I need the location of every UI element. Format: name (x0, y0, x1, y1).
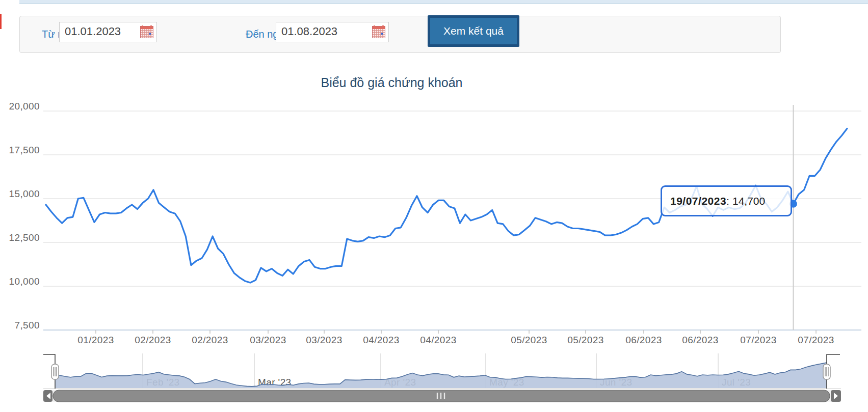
svg-text:10,000: 10,000 (9, 276, 40, 287)
navigator-mini-chart[interactable]: Feb '23Mar '23Apr '23May '23Jun '23Jul '… (43, 353, 841, 389)
grid-lines (43, 111, 861, 330)
svg-text:03/2023: 03/2023 (250, 335, 286, 345)
svg-text:01/2023: 01/2023 (77, 335, 114, 345)
x-axis (96, 330, 816, 334)
svg-text:02/2023: 02/2023 (192, 335, 228, 345)
svg-text:17,500: 17,500 (9, 145, 40, 155)
svg-text:06/2023: 06/2023 (682, 335, 718, 345)
svg-text:02/2023: 02/2023 (135, 335, 171, 345)
svg-text:7,500: 7,500 (14, 320, 40, 331)
navigator-left-handle[interactable] (51, 364, 59, 379)
svg-text:12,500: 12,500 (9, 232, 40, 243)
navigator-right-handle[interactable] (823, 364, 830, 379)
tooltip-date: 19/07/2023 (670, 195, 726, 207)
page: Từ ngày Đến ngày (0, 0, 868, 412)
svg-text:07/2023: 07/2023 (740, 335, 776, 345)
x-axis-labels: 01/202302/202302/202303/202303/202304/20… (77, 335, 834, 345)
svg-text:05/2023: 05/2023 (567, 335, 603, 345)
chart-tooltip: 19/07/2023: 14,700 (661, 185, 792, 216)
svg-text:05/2023: 05/2023 (511, 335, 547, 345)
svg-text:06/2023: 06/2023 (625, 335, 662, 345)
tooltip-separator: : (726, 195, 729, 207)
tooltip-value: 14,700 (732, 195, 765, 207)
svg-text:15,000: 15,000 (9, 188, 40, 199)
svg-text:03/2023: 03/2023 (306, 335, 342, 345)
svg-text:04/2023: 04/2023 (363, 335, 399, 345)
scrollbar[interactable] (43, 390, 841, 402)
svg-text:07/2023: 07/2023 (798, 335, 834, 345)
svg-text:04/2023: 04/2023 (420, 335, 456, 345)
y-axis-labels: 20,00017,50015,00012,50010,0007,500 (9, 101, 40, 331)
svg-text:20,000: 20,000 (9, 101, 40, 112)
